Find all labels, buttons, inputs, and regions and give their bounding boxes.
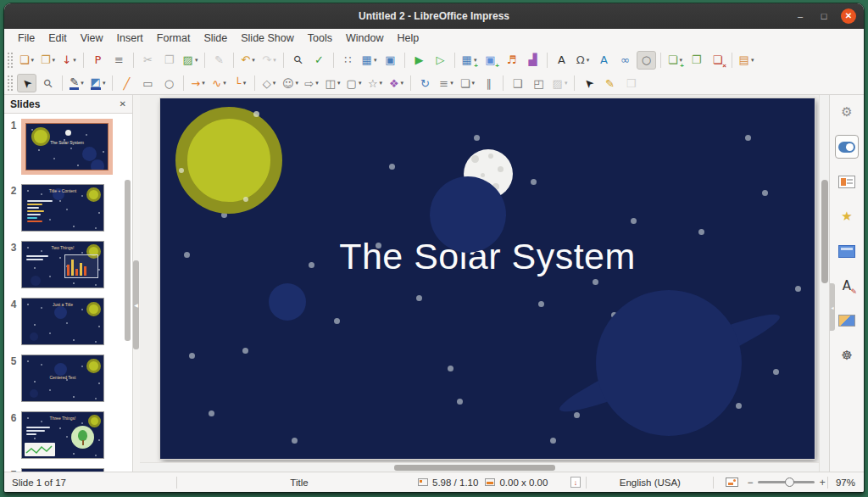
curves-and-polygons-icon[interactable]: ∿▾ [209, 74, 229, 92]
animation-icon[interactable]: ★ [835, 204, 859, 228]
menu-window[interactable]: Window [339, 31, 390, 46]
maximize-button[interactable]: □ [817, 12, 831, 21]
slide-thumbnail[interactable]: The Solar System [25, 123, 108, 170]
status-cursor-position[interactable]: 5.98 / 1.10 [405, 477, 485, 488]
display-grid-icon[interactable]: ∷ [338, 51, 358, 70]
glue-points-icon[interactable]: ✎ [600, 74, 620, 92]
slide-number[interactable]: 3 [6, 241, 21, 254]
panel-splitter[interactable]: ◀ [133, 95, 140, 472]
zoom-out-button[interactable]: − [745, 477, 755, 489]
menu-view[interactable]: View [74, 31, 110, 46]
find-replace-icon[interactable]: ⚲ [288, 51, 308, 70]
fill-color-icon[interactable]: ◩▾ [88, 74, 108, 92]
menu-tools[interactable]: Tools [301, 31, 339, 46]
toolbar-drag-handle[interactable] [8, 75, 13, 91]
zoom-slider-knob[interactable] [785, 477, 794, 487]
zoom-in-button[interactable]: + [817, 477, 827, 489]
slide-thumbnail[interactable]: Two Things! [21, 241, 104, 288]
slide-transition-icon[interactable] [835, 170, 859, 193]
rectangle-icon[interactable]: ▭ [138, 74, 158, 92]
sidebar-settings-icon[interactable]: ⚙ [835, 100, 859, 124]
slide-number[interactable]: 7 [6, 468, 21, 472]
insert-line-icon[interactable]: ╱ [117, 74, 136, 92]
insert-audio-video-icon[interactable]: ♬ [502, 51, 521, 70]
insert-special-character-icon[interactable]: Ω▾ [573, 51, 593, 70]
align-objects-icon[interactable]: ≡▾ [437, 74, 456, 92]
menu-help[interactable]: Help [390, 31, 426, 46]
start-from-first-slide-icon[interactable]: ▶ [409, 51, 429, 70]
gallery-icon[interactable] [835, 309, 859, 332]
ellipse-icon[interactable]: ○ [159, 74, 179, 92]
menu-file[interactable]: File [11, 31, 42, 46]
show-draw-functions-icon[interactable]: ○ [637, 51, 656, 70]
basic-shapes-icon[interactable]: ◇▾ [259, 74, 279, 92]
close-button[interactable]: ✕ [841, 8, 856, 24]
undo-icon[interactable]: ↶▾ [238, 51, 258, 70]
new-presentation-icon[interactable]: ❏▾ [17, 51, 36, 70]
menu-edit[interactable]: Edit [42, 31, 74, 46]
star-shapes-icon[interactable]: ☆▾ [365, 74, 385, 92]
slide-thumbnail[interactable]: Title + Content [21, 184, 104, 232]
menu-slide-show[interactable]: Slide Show [234, 31, 301, 46]
zoom-percentage[interactable]: 97% [828, 477, 864, 488]
callout-shapes-icon[interactable]: ▢▾ [344, 74, 364, 92]
zoom-pan-icon[interactable]: ⚲ [38, 74, 58, 92]
menu-slide[interactable]: Slide [197, 31, 234, 46]
insert-text-box-icon[interactable]: A [552, 51, 571, 70]
master-slides-icon[interactable] [835, 239, 859, 263]
vertical-scrollbar-thumb[interactable] [821, 180, 828, 283]
new-slide-icon[interactable]: ❏+▾ [665, 51, 685, 70]
arrange-icon[interactable]: ❏▾ [458, 74, 477, 92]
slide-number[interactable]: 6 [6, 411, 21, 424]
slides-panel-close-icon[interactable]: ✕ [120, 99, 126, 109]
insert-table-icon[interactable]: ▦+▾ [459, 51, 479, 70]
toolbar-drag-handle[interactable] [8, 53, 13, 68]
insert-image-icon[interactable]: ▣+ [481, 51, 500, 70]
rotate-icon[interactable]: ↻ [415, 74, 435, 92]
shadow-icon[interactable]: ❑ [508, 74, 527, 92]
small-blue-planet-shape[interactable] [269, 283, 306, 321]
panel-collapse-handle[interactable]: ◀ [133, 260, 139, 349]
symbol-shapes-icon[interactable]: ☺▾ [281, 74, 300, 92]
slide-thumbnail[interactable]: Centered Text [21, 355, 104, 402]
yellow-planet-shape[interactable] [175, 107, 282, 214]
lines-and-arrows-icon[interactable]: →▾ [188, 74, 208, 92]
menu-insert[interactable]: Insert [110, 31, 150, 46]
saturn-planet-shape[interactable] [596, 290, 742, 436]
export-pdf-icon[interactable]: P [88, 51, 108, 70]
vertical-scrollbar[interactable] [819, 95, 829, 472]
slide-number[interactable]: 1 [6, 119, 21, 131]
slide-thumbnail[interactable]: Just a Title [21, 298, 104, 345]
crop-icon[interactable]: ◰ [529, 74, 548, 92]
navigator-icon[interactable]: ☸ [835, 343, 859, 367]
master-slide-icon[interactable]: ▤▾ [737, 51, 756, 70]
print-icon[interactable]: ≡ [109, 51, 129, 70]
line-color-icon[interactable]: ✎▾ [67, 74, 86, 92]
paste-icon[interactable]: ▨▾ [181, 51, 200, 70]
save-icon[interactable]: ↓▾ [59, 51, 79, 70]
title-bar[interactable]: Untitled 2 - LibreOffice Impress – □ ✕ [4, 3, 864, 29]
table-icon[interactable]: ▦▾ [359, 51, 379, 70]
toggle-extrusion-icon[interactable]: ❒ [621, 74, 641, 92]
select-icon[interactable]: ➤ [17, 74, 36, 92]
cut-icon[interactable]: ✂ [138, 51, 158, 70]
insert-hyperlink-icon[interactable]: ∞ [615, 51, 635, 70]
insert-chart-icon[interactable]: ▟ [523, 51, 542, 70]
image-icon[interactable]: ▣ [381, 51, 400, 70]
delete-slide-icon[interactable]: ❏× [708, 51, 727, 70]
insert-fontwork-icon[interactable]: A [594, 51, 614, 70]
status-object-size[interactable]: 0.00 x 0.00 [485, 477, 565, 488]
slide-number[interactable]: 4 [6, 298, 21, 310]
connectors-icon[interactable]: └▾ [231, 74, 250, 92]
clone-formatting-icon[interactable]: ✎ [209, 51, 229, 70]
image-filter-icon[interactable]: ▨▾ [550, 74, 570, 92]
status-language[interactable]: English (USA) [587, 477, 713, 488]
fit-slide-icon[interactable] [726, 477, 738, 487]
open-file-icon[interactable]: ❐▾ [38, 51, 58, 70]
flowchart-shapes-icon[interactable]: ◫▾ [323, 74, 342, 92]
start-from-current-slide-icon[interactable]: ▷ [431, 51, 450, 70]
properties-icon[interactable] [835, 135, 859, 159]
redo-icon[interactable]: ↷▾ [259, 51, 279, 70]
status-slide-info[interactable]: Slide 1 of 17 [4, 477, 176, 488]
duplicate-slide-icon[interactable]: ❐ [687, 51, 706, 70]
